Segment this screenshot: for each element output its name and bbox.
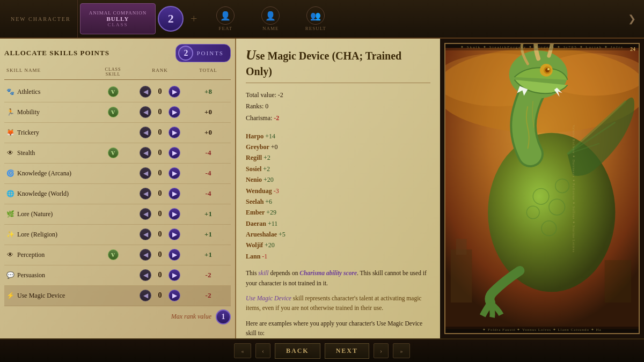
char-item-greybor: Greybor +0	[246, 142, 430, 152]
skill-row-stealth[interactable]: 👁 Stealth V ◀ 0 ▶ -4	[4, 143, 231, 164]
char-name: Arueshalae	[246, 231, 277, 238]
feat-icon: 👤	[216, 6, 235, 25]
skill-name-cell: 👁 Perception	[4, 250, 98, 260]
char-name: Harpo	[246, 132, 264, 140]
back-button[interactable]: Back	[275, 343, 320, 359]
skill-row-lore--nature-[interactable]: 🌿 Lore (Nature) ◀ 0 ▶ +1	[4, 204, 231, 225]
char-name: Woljif	[246, 241, 263, 249]
rank-decrease-btn[interactable]: ◀	[140, 188, 151, 200]
nav-prev-button[interactable]: ‹	[255, 343, 270, 358]
bottom-bar: « ‹ Back Next › »	[0, 338, 644, 362]
char-item-daeran: Daeran +11	[246, 218, 430, 229]
name-icon: 👤	[261, 6, 280, 25]
rank-decrease-btn[interactable]: ◀	[140, 208, 151, 220]
frame-side-text: Valnira Roilette ✦ Durrnesse ✦ Pollorrue…	[572, 124, 575, 252]
rank-cell: ◀ 0 ▶	[128, 188, 192, 200]
rank-increase-btn[interactable]: ▶	[169, 106, 180, 118]
rank-increase-btn[interactable]: ▶	[169, 188, 180, 200]
next-button[interactable]: Next	[325, 343, 369, 359]
allocate-title: Allocate Skills Points	[4, 49, 109, 57]
skill-icon: ✨	[5, 230, 15, 239]
char-val: +2	[264, 154, 270, 161]
skill-name: Athletics	[17, 88, 40, 96]
skill-row-mobility[interactable]: 🏃 Mobility V ◀ 0 ▶ +0	[4, 102, 231, 123]
points-circle: 2	[178, 46, 193, 61]
max-rank-badge: 1	[216, 309, 231, 324]
rank-cell: ◀ 0 ▶	[128, 228, 192, 240]
rank-increase-btn[interactable]: ▶	[169, 208, 180, 220]
max-rank-value: 1	[222, 313, 225, 321]
rank-decrease-btn[interactable]: ◀	[140, 249, 151, 261]
total-cell: +1	[192, 250, 224, 259]
char-name: Ember	[246, 209, 265, 216]
add-button[interactable]: +	[186, 3, 202, 34]
svg-rect-17	[605, 260, 631, 302]
name-nav-item[interactable]: 👤 Name	[249, 3, 292, 34]
char-item-arueshalae: Arueshalae +5	[246, 229, 430, 240]
frame-bottom-text: ✦ Foldra Faustó ✦ Yonnus Lolros ✦ Llann …	[445, 327, 639, 333]
skill-row-persuasion[interactable]: 💬 Persuasion ◀ 0 ▶ -2	[4, 265, 231, 286]
char-item-sosiel: Sosiel +2	[246, 164, 430, 174]
total-cell: -2	[192, 291, 224, 300]
level-circle[interactable]: 2	[158, 6, 184, 32]
skill-row-use-magic-device[interactable]: ⚡ Use Magic Device ◀ 0 ▶ -2	[4, 286, 231, 306]
rank-increase-btn[interactable]: ▶	[169, 147, 180, 159]
skill-icon: 🌀	[5, 168, 15, 178]
nav-first-button[interactable]: «	[234, 343, 251, 358]
skill-icon: 💬	[5, 270, 15, 280]
rank-decrease-btn[interactable]: ◀	[140, 269, 151, 281]
class-tab[interactable]: Animal Companion Bully Class	[80, 3, 156, 34]
char-item-ember: Ember +29	[246, 207, 430, 218]
feat-nav-item[interactable]: 👤 Feat	[204, 3, 247, 34]
nav-last-button[interactable]: »	[393, 343, 410, 358]
rank-increase-btn[interactable]: ▶	[169, 167, 180, 179]
dragon-number: 24	[630, 46, 635, 52]
detail-desc2: Use Magic Device skill represents charac…	[246, 293, 430, 313]
rank-decrease-btn[interactable]: ◀	[140, 147, 151, 159]
total-cell: -4	[192, 149, 224, 157]
feat-label: Feat	[218, 26, 232, 31]
class-skill-badge: V	[108, 107, 119, 117]
skill-row-trickery[interactable]: 🦊 Trickery ◀ 0 ▶ +0	[4, 123, 231, 143]
col-class-skill: CLASSSKILL	[98, 68, 128, 77]
detail-stats: Total value: -2 Ranks: 0 Charisma: -2	[246, 90, 430, 124]
new-character-button[interactable]: New Character	[4, 0, 78, 38]
rank-increase-btn[interactable]: ▶	[169, 249, 180, 261]
rank-increase-btn[interactable]: ▶	[169, 86, 180, 98]
total-value-stat: Total value: -2	[246, 90, 430, 101]
class-skill-cell: V	[98, 249, 128, 260]
char-val: +14	[265, 132, 275, 140]
rank-decrease-btn[interactable]: ◀	[140, 127, 151, 138]
skill-row-athletics[interactable]: 🐾 Athletics V ◀ 0 ▶ +8	[4, 82, 231, 102]
skill-rows: 🐾 Athletics V ◀ 0 ▶ +8 🏃 Mobility V ◀	[4, 82, 231, 306]
rank-increase-btn[interactable]: ▶	[169, 228, 180, 240]
char-val: +29	[266, 209, 276, 216]
rank-decrease-btn[interactable]: ◀	[140, 106, 151, 118]
skill-row-knowledge--world-[interactable]: 🌐 Knowledge (World) ◀ 0 ▶ -4	[4, 184, 231, 204]
total-cell: +8	[192, 87, 224, 96]
col-skill-name: Skill Name	[4, 68, 98, 77]
rank-decrease-btn[interactable]: ◀	[140, 290, 151, 301]
detail-desc3: Here are examples where you apply your c…	[246, 319, 430, 338]
result-nav-item[interactable]: 👥 Result	[294, 3, 337, 34]
nav-arrow-right[interactable]: ❯	[624, 11, 640, 27]
rank-increase-btn[interactable]: ▶	[169, 127, 180, 138]
rank-decrease-btn[interactable]: ◀	[140, 228, 151, 240]
skill-icon: ⚡	[5, 291, 15, 300]
center-panel: Use Magic Device (CHA; Trained Only) Tot…	[236, 39, 440, 338]
rank-decrease-btn[interactable]: ◀	[140, 86, 151, 98]
cha-highlight: Charisma ability score	[299, 270, 357, 276]
ranks-stat: Ranks: 0	[246, 101, 430, 113]
skill-row-perception[interactable]: 👁 Perception V ◀ 0 ▶ +1	[4, 245, 231, 265]
rank-value: 0	[155, 108, 165, 116]
skill-row-lore--religion-[interactable]: ✨ Lore (Religion) ◀ 0 ▶ +1	[4, 225, 231, 245]
rank-increase-btn[interactable]: ▶	[169, 290, 180, 301]
skill-row-knowledge--arcana-[interactable]: 🌀 Knowledge (Arcana) ◀ 0 ▶ -4	[4, 164, 231, 184]
col-total: Total	[192, 68, 224, 77]
right-panel: ✦ Skulk ✦ StealthForgery ✦ Blodeen ✦ 3r7…	[440, 39, 644, 338]
rank-decrease-btn[interactable]: ◀	[140, 167, 151, 179]
char-item-wenduag: Wenduag -3	[246, 186, 430, 196]
rank-increase-btn[interactable]: ▶	[169, 269, 180, 281]
class-skill-cell: V	[98, 86, 128, 97]
nav-next-button[interactable]: ›	[374, 343, 389, 358]
